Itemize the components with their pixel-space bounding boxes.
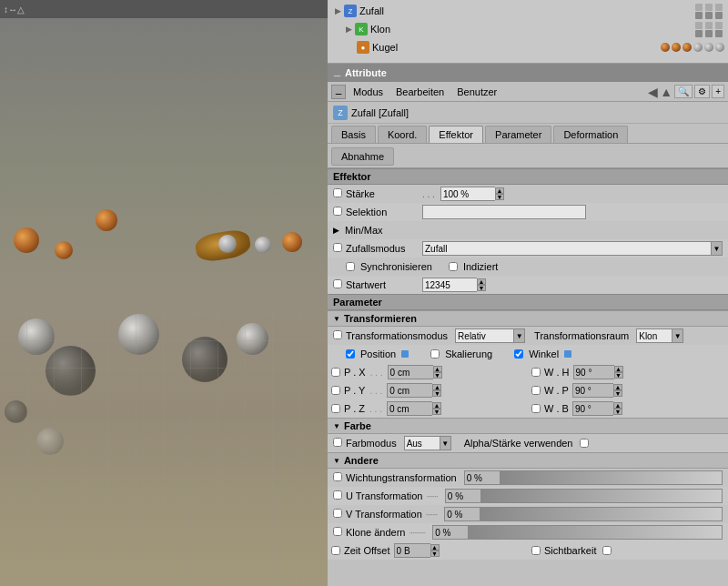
3d-viewport[interactable]: ↕↔△ (0, 0, 328, 586)
tab-effektor[interactable]: Effektor (429, 126, 483, 143)
tab-deformation[interactable]: Deformation (553, 126, 628, 143)
starke-checkbox[interactable] (333, 188, 342, 197)
pz-input[interactable] (387, 401, 432, 416)
wp-spinner[interactable]: ▲ ▼ (613, 384, 622, 397)
winkel-checkbox[interactable] (514, 349, 523, 359)
py-down[interactable]: ▼ (432, 390, 441, 397)
startwert-checkbox[interactable] (333, 279, 342, 288)
starke-label: Stärke (346, 188, 419, 199)
klone-checkbox[interactable] (333, 527, 342, 536)
starke-spinner[interactable]: ▲ ▼ (495, 187, 504, 200)
farbmodus-checkbox[interactable] (333, 438, 342, 447)
pz-down[interactable]: ▼ (432, 409, 441, 415)
synchronisieren-checkbox[interactable] (346, 262, 355, 271)
sichtbarkeit-label: Sichtbarkeit (544, 545, 596, 556)
px-spinner[interactable]: ▲ ▼ (433, 366, 442, 379)
alpha-starke-checkbox[interactable] (580, 439, 589, 448)
farbmodus-arrow[interactable]: ▼ (440, 436, 451, 450)
zeit-checkbox[interactable] (331, 546, 340, 555)
starke-spinner-down[interactable]: ▼ (495, 194, 504, 200)
transformieren-header[interactable]: ▼ Transformieren (328, 310, 728, 327)
startwert-spinner-down[interactable]: ▼ (477, 285, 486, 291)
startwert-spinner-up[interactable]: ▲ (477, 278, 486, 285)
selektion-checkbox[interactable] (333, 207, 342, 216)
zufallsmodus-checkbox[interactable] (333, 243, 342, 252)
wh-up[interactable]: ▲ (614, 366, 623, 372)
sichtbarkeit-checkbox[interactable] (531, 546, 541, 555)
u-transform-input[interactable] (445, 489, 481, 503)
scene-item-kugel[interactable]: ● Kugel (331, 38, 724, 56)
wh-down[interactable]: ▼ (614, 372, 623, 379)
tab-parameter[interactable]: Parameter (485, 126, 551, 143)
starke-input[interactable] (440, 187, 495, 201)
transformationsraum-select[interactable]: Klon (636, 328, 672, 343)
px-checkbox[interactable] (331, 368, 340, 377)
menu-modus[interactable]: Modus (348, 85, 389, 99)
wb-checkbox[interactable] (531, 404, 541, 413)
add-icon[interactable]: + (712, 85, 724, 98)
py-input[interactable] (387, 383, 432, 398)
starke-row: Stärke . . . ▲ ▼ (328, 185, 728, 203)
search-icon[interactable]: 🔍 (674, 85, 693, 98)
selektion-input[interactable] (422, 205, 586, 219)
startwert-spinner[interactable]: ▲ ▼ (477, 278, 486, 291)
pz-spinner[interactable]: ▲ ▼ (432, 402, 441, 415)
px-up[interactable]: ▲ (433, 366, 442, 372)
settings-icon[interactable]: ⚙ (694, 85, 710, 98)
farbmodus-select[interactable]: Aus (404, 436, 440, 450)
tab-basis[interactable]: Basis (331, 126, 376, 143)
zeit-up[interactable]: ▲ (430, 544, 440, 551)
zeit-input[interactable] (394, 543, 430, 558)
wb-up[interactable]: ▲ (613, 402, 622, 409)
pz-up[interactable]: ▲ (432, 402, 441, 409)
v-transform-checkbox[interactable] (333, 509, 342, 518)
wichtung-input[interactable] (464, 470, 500, 485)
zufallsmodus-select[interactable]: Zufall (422, 241, 712, 256)
transformationsmodus-arrow[interactable]: ▼ (514, 328, 525, 343)
zufallsmodus-arrow[interactable]: ▼ (712, 241, 723, 256)
wh-spinner[interactable]: ▲ ▼ (614, 366, 623, 379)
minmax-row[interactable]: ▶ Min/Max (328, 221, 728, 239)
indiziert-checkbox[interactable] (449, 262, 458, 271)
wb-input[interactable] (572, 401, 613, 416)
tab-koord[interactable]: Koord. (378, 126, 427, 143)
px-input[interactable] (388, 365, 433, 379)
zeit-spinner[interactable]: ▲ ▼ (430, 544, 440, 557)
wp-up[interactable]: ▲ (613, 384, 622, 390)
transformationsraum-arrow[interactable]: ▼ (672, 328, 683, 343)
menu-benutzer[interactable]: Benutzer (451, 85, 502, 99)
sichtbarkeit-value-checkbox[interactable] (602, 546, 612, 555)
farbe-header[interactable]: ▼ Farbe (328, 418, 728, 434)
startwert-input[interactable] (422, 278, 477, 292)
transformationsmodus-select[interactable]: Relativ (455, 328, 514, 343)
klone-input[interactable] (432, 525, 469, 540)
py-spinner[interactable]: ▲ ▼ (432, 384, 441, 397)
py-checkbox[interactable] (331, 386, 340, 395)
wb-down[interactable]: ▼ (613, 409, 622, 415)
wh-input[interactable] (573, 365, 614, 379)
v-transform-input[interactable] (444, 507, 480, 521)
transformationsmodus-checkbox[interactable] (333, 330, 342, 339)
skalierung-checkbox[interactable] (430, 349, 440, 359)
wp-input[interactable] (572, 383, 613, 398)
wp-label: W . P (544, 385, 569, 396)
wp-down[interactable]: ▼ (613, 390, 622, 397)
scene-item-klon[interactable]: ▶ K Klon (331, 20, 724, 38)
scene-item-zufall[interactable]: ▶ Z Zufall (331, 2, 724, 20)
position-checkbox[interactable] (346, 349, 355, 359)
transformationsraum-label: Transformationsraum (534, 330, 629, 341)
tab-abnahme[interactable]: Abnahme (331, 147, 394, 166)
starke-spinner-up[interactable]: ▲ (495, 187, 504, 194)
py-up[interactable]: ▲ (432, 384, 441, 390)
px-down[interactable]: ▼ (433, 372, 442, 379)
wichtung-checkbox[interactable] (333, 472, 342, 481)
wp-checkbox[interactable] (531, 386, 541, 395)
andere-header[interactable]: ▼ Andere (328, 452, 728, 469)
wh-checkbox[interactable] (531, 368, 541, 377)
pz-checkbox[interactable] (331, 404, 340, 413)
zeit-down[interactable]: ▼ (430, 551, 440, 557)
u-transform-checkbox[interactable] (333, 490, 342, 500)
menu-bearbeiten[interactable]: Bearbeiten (390, 85, 450, 99)
grid-overlay (0, 313, 328, 586)
wb-spinner[interactable]: ▲ ▼ (613, 402, 622, 415)
